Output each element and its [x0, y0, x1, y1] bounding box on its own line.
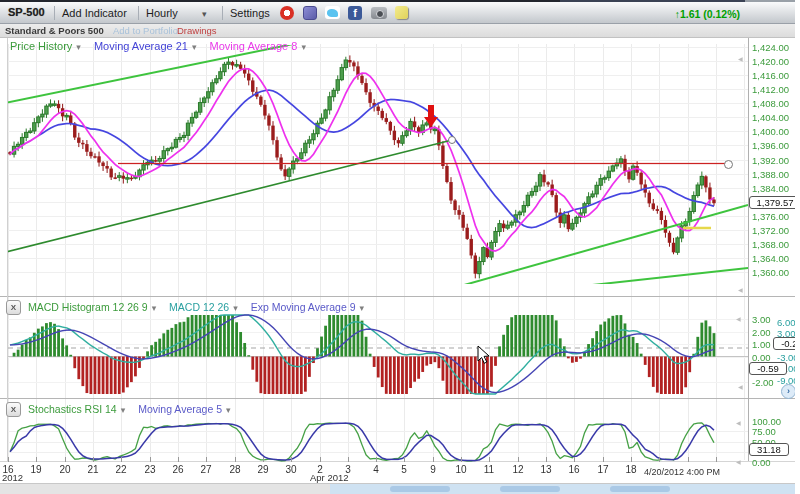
chevron-down-icon: ▾ — [192, 42, 197, 52]
chevron-down-icon: ▾ — [121, 405, 126, 415]
axis-collapse-icon[interactable] — [736, 419, 741, 426]
macd-axis-label: 6.00 — [777, 317, 796, 328]
separator — [54, 6, 55, 20]
ma5-dropdown[interactable]: Moving Average 5 — [138, 403, 222, 415]
chevron-down-icon: ▾ — [360, 303, 365, 313]
date-axis-label: 19 — [25, 464, 47, 475]
chevron-down-icon: ▾ — [233, 303, 238, 313]
axis-collapse-icon[interactable] — [738, 55, 743, 62]
drawings-link[interactable]: Drawings — [177, 25, 217, 36]
close-macd-button[interactable]: X — [6, 300, 21, 315]
date-axis-label: 10 — [450, 464, 472, 475]
interval-dropdown[interactable]: Hourly — [146, 7, 212, 19]
macd-hist-axis-label: 3.00 — [752, 314, 771, 325]
price-axis-label: 1,396.00 — [752, 140, 789, 151]
date-axis-label: 27 — [195, 464, 217, 475]
date-axis-label: 21 — [82, 464, 104, 475]
date-axis-label: 13 — [535, 464, 557, 475]
date-axis-label: 28 — [224, 464, 246, 475]
price-change-indicator: ↑1.61 (0.12%) — [675, 8, 740, 20]
date-axis-label: 12 — [507, 464, 529, 475]
price-axis-label: 1,424.00 — [752, 42, 789, 53]
price-panel-legend: Price History▾ Moving Average 21▾ Moving… — [10, 40, 316, 52]
add-to-portfolio-link[interactable]: Add to Portfolio — [113, 25, 178, 36]
axis-collapse-icon[interactable] — [736, 458, 741, 465]
price-axis-label: 1,420.00 — [752, 56, 789, 67]
toolbar: SP-500 Add Indicator Hourly Settings f ↑… — [0, 2, 795, 24]
alarm-icon[interactable] — [280, 6, 294, 20]
facebook-icon[interactable]: f — [348, 6, 362, 20]
stoch-rsi-dropdown[interactable]: Stochastics RSI 14 — [28, 403, 117, 415]
axis-collapse-icon[interactable] — [738, 286, 743, 293]
date-axis-label: 16 — [563, 464, 585, 475]
date-axis-label: 26 — [167, 464, 189, 475]
price-axis-label: 1,416.00 — [752, 70, 789, 81]
last-update-timestamp: 4/20/2012 4:00 PM — [638, 467, 720, 477]
price-axis-label: 1,404.00 — [752, 112, 789, 123]
ma8-dropdown[interactable]: Moving Average 8 — [210, 40, 298, 52]
macd-hist-value-badge: -0.59 — [749, 362, 787, 375]
down-arrow-icon — [424, 117, 438, 127]
price-axis-label: 1,392.00 — [752, 155, 789, 166]
macd-dropdown[interactable]: MACD 12 26 — [169, 301, 229, 313]
price-axis-label: 1,384.00 — [752, 183, 789, 194]
ma21-dropdown[interactable]: Moving Average 21 — [94, 40, 188, 52]
price-axis-label: 1,400.00 — [752, 126, 789, 137]
macd-hist-axis-label: 1.00 — [752, 339, 771, 350]
down-arrow-annotation[interactable] — [424, 105, 438, 128]
chevron-down-icon: ▾ — [226, 405, 231, 415]
price-plot-region[interactable] — [8, 37, 748, 296]
separator — [138, 6, 139, 20]
axis-collapse-icon[interactable] — [736, 315, 741, 322]
symbol-label[interactable]: SP-500 — [8, 6, 45, 18]
axis-collapse-icon[interactable] — [738, 383, 743, 390]
library-icon[interactable] — [303, 6, 317, 20]
price-history-dropdown[interactable]: Price History — [10, 40, 72, 52]
price-axis-label: 1,412.00 — [752, 84, 789, 95]
date-axis-label: 4 — [365, 464, 387, 475]
last-price-badge: 1,379.57 — [749, 196, 800, 209]
date-axis-label: 30 — [280, 464, 302, 475]
price-axis-label: 1,368.00 — [752, 239, 789, 250]
date-axis-label: 17 — [592, 464, 614, 475]
scroll-right-icon[interactable]: › — [781, 384, 796, 399]
close-stoch-button[interactable]: X — [6, 402, 21, 417]
date-axis-label: 11 — [478, 464, 500, 475]
date-axis-label: 20 — [54, 464, 76, 475]
date-axis-label: 9 — [422, 464, 444, 475]
stoch-value-badge: 31.18 — [749, 443, 789, 456]
macd-hist-axis-label: -2.00 — [752, 377, 774, 388]
chevron-down-icon: ▾ — [301, 42, 306, 52]
window-margin — [795, 0, 800, 494]
charting-app-window: SP-500 Add Indicator Hourly Settings f ↑… — [0, 0, 800, 494]
macd-hist-axis-label: 2.00 — [752, 327, 771, 338]
trendline-handle[interactable] — [448, 136, 456, 144]
taskbar-item[interactable] — [610, 486, 670, 492]
notes-icon[interactable] — [395, 6, 408, 19]
chevron-down-icon: ▾ — [152, 303, 157, 313]
price-axis-label: 1,360.00 — [752, 267, 789, 278]
taskbar[interactable] — [0, 484, 330, 494]
exp-ma9-dropdown[interactable]: Exp Moving Average 9 — [251, 301, 356, 313]
twitter-icon[interactable] — [325, 6, 340, 19]
add-indicator-button[interactable]: Add Indicator — [62, 7, 127, 19]
taskbar-item[interactable] — [390, 486, 450, 492]
taskbar[interactable] — [330, 484, 800, 494]
mouse-cursor — [477, 345, 491, 365]
stoch-axis-label: 75.00 — [752, 426, 776, 437]
camera-icon[interactable] — [371, 7, 387, 19]
stoch-axis-label: 0.00 — [752, 457, 771, 468]
date-axis-label: 23 — [139, 464, 161, 475]
price-axis-label: 1,388.00 — [752, 169, 789, 180]
red-line-handle[interactable] — [724, 160, 733, 169]
price-axis-label: 1,372.00 — [752, 225, 789, 236]
macd-histogram-dropdown[interactable]: MACD Histogram 12 26 9 — [28, 301, 148, 313]
symbol-full-name: Standard & Poors 500 — [5, 25, 104, 36]
month-label: Apr 2012 — [310, 472, 349, 483]
separator — [222, 6, 223, 20]
price-axis-label: 1,408.00 — [752, 98, 789, 109]
price-axis-label: 1,364.00 — [752, 253, 789, 264]
taskbar-item[interactable] — [500, 486, 560, 492]
settings-button[interactable]: Settings — [230, 7, 270, 19]
chevron-down-icon: ▾ — [76, 42, 81, 52]
